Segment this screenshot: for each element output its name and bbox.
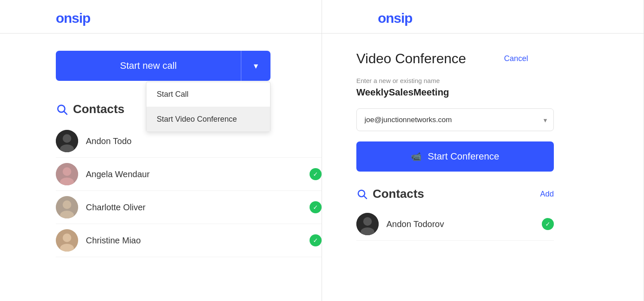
dropdown-toggle-button[interactable]: ▾: [241, 51, 270, 81]
table-row[interactable]: Andon Todorov ✓: [356, 208, 554, 241]
svg-line-1: [64, 111, 67, 114]
left-content: Start new call ▾ Start Call Start Video …: [0, 34, 322, 257]
status-badge: ✓: [310, 234, 322, 246]
avatar: [56, 130, 78, 152]
contact-name: Andon Todo: [86, 136, 322, 146]
video-conference-title: Video Conference: [356, 51, 466, 67]
dropdown-item-start-call[interactable]: Start Call: [146, 82, 270, 107]
left-panel: onsip Start new call ▾ Start Call Start …: [0, 0, 322, 301]
table-row[interactable]: Charlotte Oliver ✓: [56, 191, 322, 224]
video-camera-icon: 📹: [411, 151, 422, 162]
right-logo: onsip: [322, 0, 644, 26]
right-panel: onsip Video Conference Cancel Enter a ne…: [322, 0, 644, 301]
right-content: Video Conference Cancel Enter a new or e…: [322, 34, 554, 241]
contacts-title: Contacts: [73, 102, 125, 116]
avatar: [356, 213, 379, 235]
dropdown-item-start-video[interactable]: Start Video Conference: [146, 107, 270, 132]
video-conference-header: Video Conference Cancel: [356, 51, 554, 67]
svg-line-15: [364, 196, 367, 199]
right-contact-list: Andon Todorov ✓: [356, 208, 554, 241]
contact-name: Christine Miao: [86, 236, 302, 246]
email-select[interactable]: joe@junctionnetworks.com joe.smith@examp…: [356, 108, 554, 131]
contact-name: Charlotte Oliver: [86, 203, 302, 212]
table-row[interactable]: Angela Wendaur ✓: [56, 158, 322, 191]
contact-list: Andon Todo Angela Wendaur ✓: [56, 125, 322, 257]
status-badge: ✓: [310, 168, 322, 180]
svg-point-9: [63, 200, 71, 209]
svg-point-3: [63, 134, 71, 143]
split-button-wrapper: Start new call ▾ Start Call Start Video …: [56, 51, 270, 81]
svg-point-6: [63, 167, 71, 176]
contacts-left: Contacts: [356, 187, 424, 201]
start-conference-button[interactable]: 📹 Start Conference: [356, 141, 554, 172]
conference-name-label: Enter a new or existing name: [356, 77, 554, 84]
contact-name: Angela Wendaur: [86, 169, 302, 179]
avatar: [56, 196, 78, 218]
contact-name: Andon Todorov: [386, 219, 534, 229]
status-badge: ✓: [542, 218, 554, 230]
table-row[interactable]: Christine Miao ✓: [56, 224, 322, 257]
search-icon: [56, 103, 68, 115]
start-new-call-button[interactable]: Start new call: [56, 51, 241, 81]
avatar: [56, 163, 78, 185]
avatar: [56, 229, 78, 252]
add-contact-button[interactable]: Add: [540, 190, 554, 199]
chevron-down-icon: ▾: [254, 61, 258, 71]
cancel-button[interactable]: Cancel: [504, 54, 528, 63]
svg-point-17: [363, 217, 372, 226]
status-badge: ✓: [310, 201, 322, 213]
dropdown-menu: Start Call Start Video Conference: [146, 82, 270, 132]
search-icon: [356, 188, 368, 200]
conference-name-value: WeeklySalesMeeting: [356, 87, 554, 98]
email-select-wrapper: joe@junctionnetworks.com joe.smith@examp…: [356, 108, 554, 131]
left-logo: onsip: [0, 0, 322, 26]
right-contacts-title: Contacts: [373, 187, 424, 201]
right-contacts-section: Contacts Add: [356, 187, 554, 201]
svg-point-12: [63, 233, 71, 242]
